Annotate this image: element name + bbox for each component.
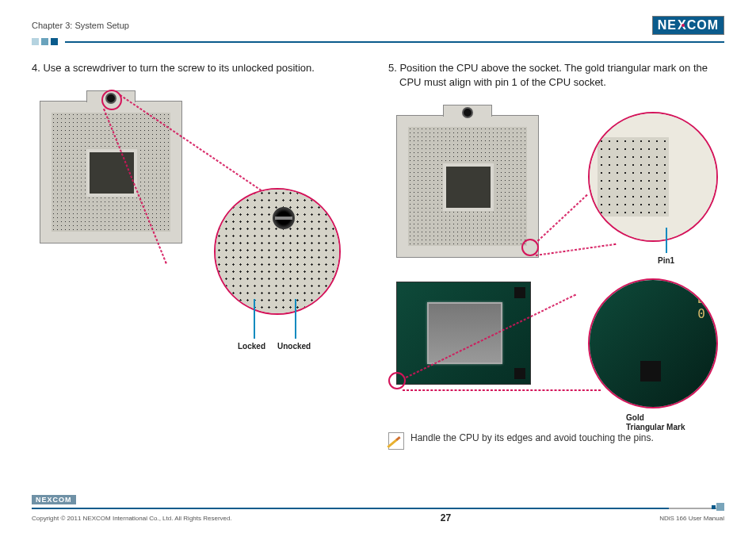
label-gold-mark-2: Triangular Mark [626, 423, 685, 431]
callout-dash-line [403, 389, 601, 391]
page-number: 27 [441, 512, 451, 523]
callout-circle-icon [101, 90, 122, 110]
logo-text-right: COM [687, 18, 719, 33]
note-icon [388, 432, 404, 450]
zoom-screw-icon [273, 207, 295, 229]
label-unlocked: Unocked [277, 342, 311, 351]
accent-square-icon [51, 38, 58, 45]
brand-logo: NE X COM [652, 16, 724, 35]
chapter-title: Chapter 3: System Setup [32, 21, 129, 30]
footer-logo-small: NEXCOM [32, 495, 76, 504]
content-columns: 4. Use a screwdriver to turn the screw t… [32, 61, 724, 450]
left-column: 4. Use a screwdriver to turn the screw t… [32, 61, 368, 450]
callout-dash-line [537, 194, 588, 241]
callout-line [254, 299, 255, 339]
cpu-socket-image [396, 115, 539, 258]
cpu-marking-text: D 0 [697, 291, 705, 321]
accent-square-icon [32, 38, 39, 45]
page-header: Chapter 3: System Setup NE X COM [32, 16, 724, 35]
figure-step-5: Pin1 D 0 Gold Triangu [388, 107, 724, 424]
header-rule [32, 38, 724, 45]
note-row: Handle the CPU by its edges and avoid to… [388, 432, 724, 450]
note-text: Handle the CPU by its edges and avoid to… [410, 432, 654, 443]
callout-line [666, 228, 667, 253]
page-footer: NEXCOM Copyright © 2011 NEXCOM Internati… [32, 508, 724, 523]
step-5-text: 5. Position the CPU above the socket. Th… [388, 61, 724, 90]
callout-line [295, 299, 296, 339]
figure-step-4: Locked Unocked [32, 93, 368, 355]
copyright-text: Copyright © 2011 NEXCOM International Co… [32, 515, 232, 522]
logo-x-icon: X [678, 18, 686, 33]
right-column: 5. Position the CPU above the socket. Th… [388, 61, 724, 450]
cpu-chip-image [396, 282, 531, 385]
zoom-circle-pin1 [588, 112, 718, 242]
callout-dash-line [536, 243, 616, 256]
label-gold-mark-1: Gold [626, 413, 644, 422]
logo-text-left: NE [658, 18, 677, 33]
callout-circle-icon [388, 372, 406, 389]
zoom-circle-gold-mark: D 0 [588, 278, 718, 408]
socket-screw-icon [462, 107, 473, 118]
manual-name: NDiS 166 User Manual [659, 515, 724, 522]
footer-rule: NEXCOM [32, 508, 724, 509]
accent-square-icon [41, 38, 48, 45]
label-locked: Locked [238, 342, 265, 351]
footer-end-icon [716, 503, 724, 511]
zoom-circle-screw [214, 188, 341, 315]
pencil-icon [387, 436, 400, 448]
label-pin1: Pin1 [658, 256, 674, 265]
step-4-text: 4. Use a screwdriver to turn the screw t… [32, 61, 368, 75]
